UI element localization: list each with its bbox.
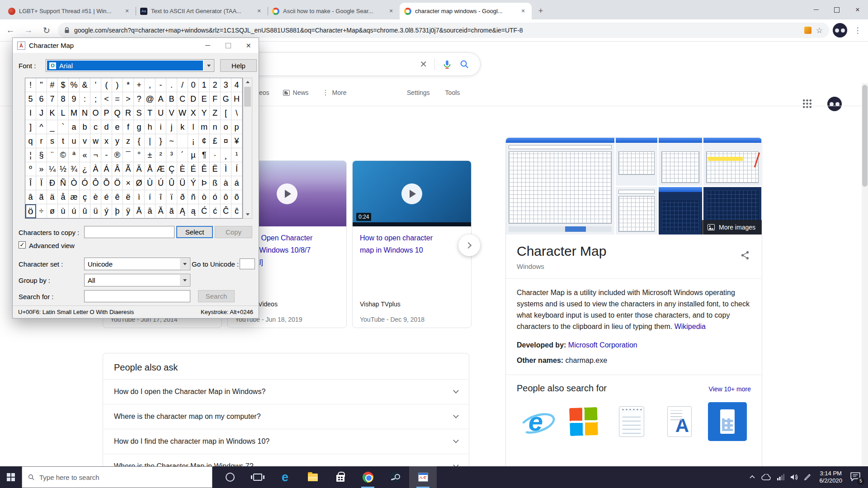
address-bar[interactable]: google.com/search?q=character+map+window… [58, 23, 829, 38]
nav-item-settings[interactable]: Settings [407, 89, 430, 96]
charmap-cell[interactable]: ø [47, 204, 58, 218]
charmap-cell[interactable]: C [177, 92, 188, 106]
charmap-cell[interactable]: § [36, 148, 47, 162]
charmap-cell[interactable]: ê [112, 190, 123, 204]
forward-button[interactable]: → [21, 23, 36, 38]
charmap-cell[interactable]: Þ [199, 176, 210, 190]
charmap-cell[interactable]: o [221, 120, 231, 134]
charmap-cell[interactable]: ¸ [221, 148, 231, 162]
charmap-cell[interactable]: Ñ [58, 176, 69, 190]
charmap-cell[interactable]: Í [231, 162, 242, 176]
charmap-titlebar[interactable]: Ä Character Map ✕ [13, 38, 259, 53]
charmap-cell[interactable]: ö [25, 204, 36, 218]
charmap-cell[interactable]: ] [25, 120, 36, 134]
browser-minimize-button[interactable] [806, 0, 826, 19]
charmap-cell[interactable]: ° [134, 148, 145, 162]
charmap-cell[interactable]: È [177, 162, 188, 176]
search-for-input[interactable] [84, 290, 190, 302]
charmap-cell[interactable]: T [145, 106, 156, 120]
start-button[interactable] [0, 466, 22, 488]
browser-tab[interactable]: character map windows - Googl...✕ [400, 3, 532, 19]
kp-image-thumbnail[interactable] [506, 138, 614, 235]
charmap-cell[interactable]: ¡ [188, 134, 199, 148]
tab-close-icon[interactable]: ✕ [255, 7, 263, 15]
charmap-cell[interactable]: ï [166, 190, 177, 204]
charmap-cell[interactable]: H [231, 92, 242, 106]
charmap-cell[interactable]: Ý [188, 176, 199, 190]
charmap-cell[interactable]: i [156, 120, 166, 134]
charmap-cell[interactable]: Û [166, 176, 177, 190]
charmap-cell[interactable]: = [112, 92, 123, 106]
scroll-up-icon[interactable] [243, 78, 252, 86]
charmap-cell[interactable]: ` [58, 120, 69, 134]
charmap-cell[interactable]: { [134, 134, 145, 148]
charmap-cell[interactable]: n [210, 120, 221, 134]
charmap-cell[interactable]: Ç [166, 162, 177, 176]
dropdown-arrow-icon[interactable] [180, 275, 189, 286]
charmap-cell[interactable]: Ö [112, 176, 123, 190]
charmap-cell[interactable]: : [80, 92, 90, 106]
charmap-cell[interactable]: ä [47, 190, 58, 204]
charmap-cell[interactable]: Ì [221, 162, 231, 176]
charmap-cell[interactable]: 3 [221, 78, 231, 92]
charmap-cell[interactable]: * [123, 78, 134, 92]
charmap-cell[interactable]: . [166, 78, 177, 92]
charmap-cell[interactable]: õ [231, 190, 242, 204]
charmap-cell[interactable]: | [145, 134, 156, 148]
charmap-cell[interactable]: Ü [177, 176, 188, 190]
charmap-cell[interactable]: î [156, 190, 166, 204]
charmap-cell[interactable]: 6 [36, 92, 47, 106]
charmap-cell[interactable]: » [36, 162, 47, 176]
taskbar-file-explorer-button[interactable] [299, 466, 326, 488]
charmap-cell[interactable]: Ù [145, 176, 156, 190]
charmap-cell[interactable]: É [188, 162, 199, 176]
go-to-unicode-input[interactable] [240, 258, 255, 269]
charmap-cell[interactable]: Ó [80, 176, 90, 190]
paa-question[interactable]: How do I open the Character Map in Windo… [103, 379, 469, 404]
charmap-cell[interactable]: ă [166, 204, 177, 218]
charmap-cell[interactable]: $ [58, 78, 69, 92]
charmap-cell[interactable]: ¨ [47, 148, 58, 162]
carousel-next-button[interactable] [458, 235, 480, 256]
nav-item-more[interactable]: ⋮More [322, 89, 347, 96]
charmap-cell[interactable]: 2 [210, 78, 221, 92]
charmap-cell[interactable]: « [80, 148, 90, 162]
copy-button[interactable]: Copy [215, 226, 252, 238]
charmap-cell[interactable]: J [36, 106, 47, 120]
charmap-cell[interactable]: X [188, 106, 199, 120]
charmap-cell[interactable]: \ [231, 106, 242, 120]
charmap-cell[interactable]: l [188, 120, 199, 134]
charmap-cell[interactable]: Ã [123, 162, 134, 176]
charmap-cell[interactable]: r [36, 134, 47, 148]
charmap-cell[interactable]: k [177, 120, 188, 134]
charmap-cell[interactable]: Ò [69, 176, 80, 190]
charmap-cell[interactable]: L [58, 106, 69, 120]
charmap-cell[interactable]: ! [25, 78, 36, 92]
charmap-cell[interactable]: e [112, 120, 123, 134]
charmap-cell[interactable]: ¥ [231, 134, 242, 148]
charmap-cell[interactable]: x [101, 134, 112, 148]
charmap-cell[interactable]: à [221, 176, 231, 190]
charmap-cell[interactable]: © [58, 148, 69, 162]
charmap-cell[interactable]: E [199, 92, 210, 106]
charmap-cell[interactable]: u [69, 134, 80, 148]
charmap-cell[interactable]: > [123, 92, 134, 106]
charmap-cell[interactable]: ñ [188, 190, 199, 204]
charmap-cell[interactable]: D [188, 92, 199, 106]
charmap-cell[interactable]: ~ [166, 134, 177, 148]
psf-item-notepad[interactable] [611, 401, 652, 442]
charmap-cell[interactable]: < [101, 92, 112, 106]
charmap-maximize-button[interactable] [218, 38, 238, 53]
kp-image-thumbnail[interactable] [659, 138, 702, 186]
charmap-cell[interactable]: 1 [199, 78, 210, 92]
charmap-cell[interactable]: _ [47, 120, 58, 134]
charmap-cell[interactable]: @ [145, 92, 156, 106]
taskbar-edge-button[interactable] [271, 466, 299, 488]
charmap-cell[interactable]: á [231, 176, 242, 190]
charmap-cell[interactable]: â [25, 190, 36, 204]
charmap-cell[interactable]: Ă [156, 204, 166, 218]
charmap-cell[interactable]: ú [69, 204, 80, 218]
charmap-cell[interactable]: À [90, 162, 101, 176]
charmap-cell[interactable]: ¹ [231, 148, 242, 162]
charmap-cell[interactable]: ^ [36, 120, 47, 134]
